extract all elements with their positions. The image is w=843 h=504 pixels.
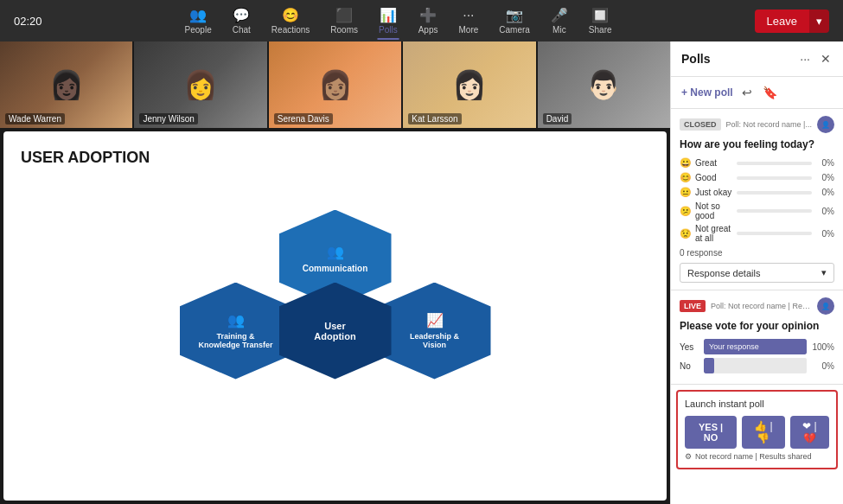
justokay-pct: 0%	[815, 188, 834, 197]
yes-pct: 100%	[810, 342, 834, 352]
participant-video-wade[interactable]: 👩🏿 Wade Warren	[0, 41, 132, 128]
hex-training-label: Training &Knowledge Transfer	[198, 332, 272, 349]
participant-video-kat[interactable]: 👩🏻 Kat Larsson	[403, 41, 535, 128]
notgreat-bar-bg	[737, 232, 812, 235]
instant-poll-note: ⚙ Not record name | Results shared	[685, 452, 829, 461]
nav-reactions[interactable]: 😊 Reactions	[263, 3, 318, 38]
heart-button[interactable]: ❤ | 💔	[790, 416, 829, 449]
rooms-icon: ⬛	[335, 7, 353, 23]
leave-button[interactable]: Leave	[755, 10, 809, 33]
polls-header-icons: ··· ✕	[798, 50, 833, 67]
response-count: 0 response	[680, 248, 834, 258]
closed-poll-avatar: 👤	[817, 116, 834, 133]
yes-bar: Your response	[704, 339, 807, 354]
reactions-icon: 😊	[282, 7, 299, 23]
nav-share[interactable]: 🔲 Share	[580, 3, 621, 38]
yes-bar-bg: Your response	[704, 339, 807, 354]
poll-option-notgreat: 😟 Not great at all 0%	[680, 224, 834, 243]
thumbs-button[interactable]: 👍 | 👎	[742, 416, 785, 449]
great-bar-bg	[737, 162, 812, 165]
live-poll-header: LIVE Poll: Not record name | Res... 👤	[680, 297, 834, 315]
poll-option-great: 😀 Great 0%	[680, 157, 834, 169]
instant-poll-section: Launch instant poll YES | NO 👍 | 👎 ❤ | 💔…	[676, 390, 838, 469]
kat-name: Kat Larsson	[408, 113, 461, 124]
instant-poll-buttons: YES | NO 👍 | 👎 ❤ | 💔	[685, 416, 829, 449]
nav-chat-label: Chat	[233, 25, 251, 35]
live-status-badge: LIVE	[680, 300, 706, 312]
live-poll-card: LIVE Poll: Not record name | Res... 👤 Pl…	[671, 290, 843, 385]
presentation-content: USER ADOPTION 👥 Communication UserAdopti…	[3, 131, 667, 501]
poll-option-justokay: 😐 Just okay 0%	[680, 187, 834, 198]
justokay-bar-bg	[737, 191, 812, 195]
mic-icon: 🎤	[551, 7, 568, 23]
instant-poll-title: Launch instant poll	[685, 399, 829, 409]
great-pct: 0%	[815, 158, 834, 168]
nav-camera[interactable]: 📷 Camera	[490, 3, 539, 38]
more-icon: ···	[463, 8, 474, 23]
live-poll-avatar: 👤	[817, 297, 834, 315]
presentation-title: USER ADOPTION	[21, 149, 649, 167]
participant-video-jenny[interactable]: 👩 Jenny Wilson	[134, 41, 266, 128]
david-name: David	[543, 113, 572, 124]
closed-poll-meta: Poll: Not record name |...	[726, 120, 812, 129]
notgood-bar-bg	[737, 209, 812, 213]
nav-chat[interactable]: 💬 Chat	[224, 3, 259, 38]
response-details-button[interactable]: Response details ▾	[680, 263, 834, 283]
response-details-chevron: ▾	[821, 267, 827, 278]
great-label: Great	[695, 158, 733, 168]
hex-user-adoption: UserAdoption	[279, 283, 392, 380]
leadership-icon: 📈	[426, 312, 444, 329]
live-poll-question: Please vote for your opinion	[680, 320, 834, 332]
chat-icon: 💬	[233, 7, 250, 23]
bookmark-icon-button[interactable]: 🔖	[761, 84, 779, 101]
nav-polls[interactable]: 📊 Polls	[370, 3, 406, 38]
justokay-label: Just okay	[695, 188, 733, 197]
nav-polls-label: Polls	[379, 25, 398, 35]
polls-close-button[interactable]: ✕	[819, 50, 833, 67]
no-bar	[704, 358, 714, 373]
justokay-emoji: 😐	[680, 187, 692, 198]
polls-more-button[interactable]: ···	[798, 50, 812, 67]
hex-communication-label: Communication	[303, 264, 368, 273]
communication-icon: 👥	[327, 244, 344, 260]
participant-video-serena[interactable]: 👩🏽 Serena Davis	[269, 41, 401, 128]
yes-no-button[interactable]: YES | NO	[685, 416, 737, 449]
polls-panel-header: Polls ··· ✕	[671, 41, 843, 77]
leave-group: Leave ▾	[755, 10, 829, 33]
nav-apps[interactable]: ➕ Apps	[410, 3, 447, 38]
presentation-area: USER ADOPTION 👥 Communication UserAdopti…	[3, 131, 667, 501]
live-option-yes: Yes Your response 100%	[680, 339, 834, 354]
no-label: No	[680, 361, 700, 371]
share-icon: 🔲	[591, 7, 609, 23]
top-bar: 02:20 👥 People 💬 Chat 😊 Reactions ⬛ Room…	[0, 0, 843, 41]
top-bar-right: Leave ▾	[755, 10, 829, 33]
nav-more[interactable]: ··· More	[450, 4, 487, 38]
hex-container: 👥 Communication UserAdoption 👥 Training …	[171, 210, 500, 452]
your-response-label: Your response	[709, 342, 759, 351]
main-area: 👩🏿 Wade Warren 👩 Jenny Wilson 👩🏽 Serena …	[0, 41, 843, 504]
nav-people-label: People	[185, 25, 212, 35]
polls-icon: 📊	[380, 7, 397, 23]
new-poll-button[interactable]: + New poll	[681, 86, 733, 99]
people-icon: 👥	[189, 7, 207, 23]
serena-name: Serena Davis	[274, 113, 333, 124]
nav-reactions-label: Reactions	[271, 25, 310, 35]
history-icon-button[interactable]: ↩	[740, 84, 754, 101]
nav-apps-label: Apps	[418, 25, 438, 35]
nav-mic[interactable]: 🎤 Mic	[542, 3, 577, 38]
nav-bar: 👥 People 💬 Chat 😊 Reactions ⬛ Rooms 📊 Po…	[176, 3, 621, 38]
nav-rooms[interactable]: ⬛ Rooms	[322, 3, 367, 38]
hex-leadership: 📈 Leadership &Vision	[379, 283, 491, 380]
nav-people[interactable]: 👥 People	[176, 3, 220, 38]
live-poll-meta: Poll: Not record name | Res...	[711, 302, 812, 310]
settings-icon: ⚙	[685, 452, 692, 461]
participant-video-david[interactable]: 👨🏻 David	[538, 41, 670, 128]
poll-option-notgood: 😕 Not so good 0%	[680, 201, 834, 220]
good-pct: 0%	[815, 173, 834, 182]
great-emoji: 😀	[680, 157, 692, 169]
leave-dropdown-button[interactable]: ▾	[809, 10, 829, 33]
polls-content: CLOSED Poll: Not record name |... 👤 How …	[671, 109, 843, 504]
live-option-no: No 0%	[680, 358, 834, 373]
time-display: 02:20	[14, 15, 42, 28]
wade-name: Wade Warren	[5, 113, 65, 124]
